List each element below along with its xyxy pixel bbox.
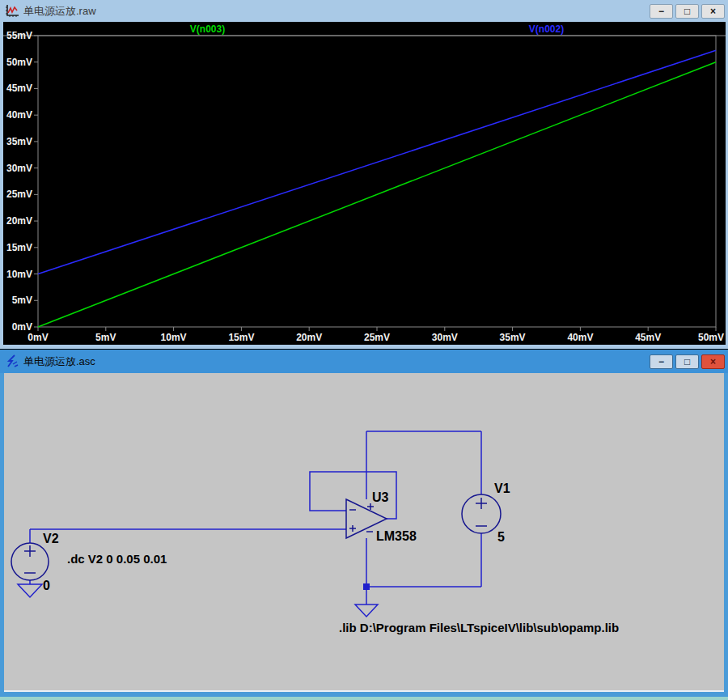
maximize-button[interactable]: □ (675, 4, 699, 19)
minimize-button[interactable]: − (650, 354, 673, 369)
x-axis-tick-label[interactable]: 50mV (698, 332, 724, 343)
schematic-canvas[interactable]: V2 0 .dc V2 0 0.05 0.01 U3 LM358 V1 5 .l… (4, 373, 724, 692)
u3-ref-label[interactable]: U3 (372, 490, 388, 505)
waveform-titlebar[interactable]: 单电源运放.raw − □ × (0, 0, 728, 22)
schematic-drawing (4, 373, 724, 692)
voltage-source-v2[interactable] (11, 543, 49, 580)
trace-vn002 (38, 50, 716, 274)
schematic-app-icon (5, 354, 19, 368)
x-axis-tick-label[interactable]: 10mV (161, 332, 187, 343)
close-button[interactable]: × (701, 354, 725, 369)
legend-vn003[interactable]: V(n003) (190, 23, 225, 35)
junction-node (363, 583, 370, 590)
x-axis-tick-label[interactable]: 15mV (228, 332, 254, 343)
y-axis-tick-label[interactable]: 25mV (6, 189, 32, 200)
waveform-plot-icon (5, 4, 19, 18)
schematic-window-title: 单电源运放.asc (23, 354, 650, 369)
desktop-edge-strip (0, 697, 728, 700)
y-axis-tick-label[interactable]: 45mV (6, 83, 32, 94)
x-axis-tick-label[interactable]: 30mV (432, 332, 458, 343)
wires[interactable] (30, 431, 481, 605)
x-axis-tick-label[interactable]: 5mV (95, 332, 116, 343)
y-axis-tick-label[interactable]: 55mV (6, 30, 32, 41)
y-axis-tick-label[interactable]: 15mV (6, 242, 32, 253)
maximize-button[interactable]: □ (675, 354, 699, 369)
v2-value-label[interactable]: 0 (43, 579, 50, 593)
plot-border (38, 36, 716, 327)
schematic-window: 单电源运放.asc − □ × (0, 350, 728, 697)
schematic-titlebar[interactable]: 单电源运放.asc − □ × (0, 350, 728, 373)
opamp-value-label[interactable]: LM358 (376, 529, 417, 544)
x-axis-tick-label[interactable]: 20mV (296, 332, 322, 343)
y-axis-tick-label[interactable]: 20mV (6, 215, 32, 227)
y-axis-tick-label[interactable]: 50mV (6, 57, 32, 68)
y-axis-tick-label[interactable]: 0mV (12, 321, 32, 333)
waveform-window-title: 单电源运放.raw (23, 4, 650, 19)
ltspice-desktop: 单电源运放.raw − □ × 0mV5mV10mV15mV20mV25mV30… (0, 0, 728, 700)
voltage-source-v1[interactable] (462, 494, 501, 533)
lib-directive[interactable]: .lib D:\Program Files\LTspiceIV\lib\sub\… (339, 621, 619, 634)
y-axis-tick-label[interactable]: 5mV (12, 295, 32, 306)
x-axis-tick-label[interactable]: 35mV (500, 332, 526, 343)
x-axis-tick-label[interactable]: 45mV (635, 332, 661, 343)
dc-sweep-directive[interactable]: .dc V2 0 0.05 0.01 (67, 552, 167, 566)
close-button[interactable]: × (701, 4, 725, 19)
v2-ref-label[interactable]: V2 (43, 532, 59, 546)
y-axis-tick-label[interactable]: 40mV (6, 109, 32, 121)
legend-vn002[interactable]: V(n002) (529, 23, 564, 35)
y-axis-tick-label[interactable]: 35mV (6, 136, 32, 147)
waveform-window: 单电源运放.raw − □ × 0mV5mV10mV15mV20mV25mV30… (0, 0, 728, 349)
x-axis-tick-label[interactable]: 40mV (567, 332, 593, 343)
waveform-pane: 0mV5mV10mV15mV20mV25mV30mV35mV40mV45mV50… (3, 22, 726, 345)
ground-flag[interactable] (18, 584, 378, 617)
plot-area[interactable]: 0mV5mV10mV15mV20mV25mV30mV35mV40mV45mV50… (3, 22, 726, 345)
y-axis-tick-label[interactable]: 10mV (6, 269, 32, 280)
minimize-button[interactable]: − (650, 4, 673, 19)
y-axis-tick-label[interactable]: 30mV (6, 163, 32, 174)
v1-ref-label[interactable]: V1 (494, 482, 510, 496)
x-axis-tick-label[interactable]: 25mV (364, 332, 390, 343)
trace-vn003 (38, 62, 716, 327)
x-axis-tick-label[interactable]: 0mV (28, 332, 48, 343)
v1-value-label[interactable]: 5 (497, 530, 505, 545)
